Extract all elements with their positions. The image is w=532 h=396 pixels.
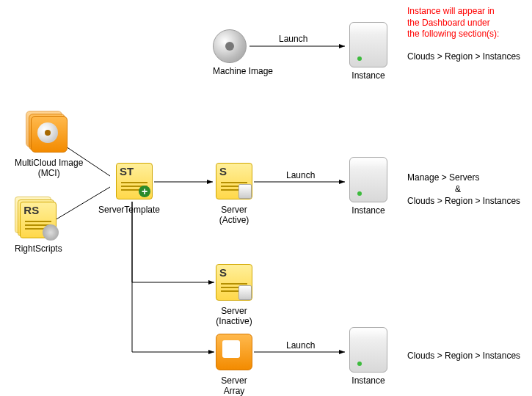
doc-icon — [238, 285, 252, 300]
path-row4: Clouds > Region > Instances — [407, 351, 520, 362]
launch-label-2: Launch — [286, 170, 315, 180]
server-tower-icon — [349, 22, 387, 67]
servertemplate-label: ServerTemplate — [98, 205, 160, 215]
server-active-icon: S — [216, 163, 252, 199]
machine-image-label: Machine Image — [213, 66, 273, 76]
dashboard-note: Instance will appear in the Dashboard un… — [407, 6, 499, 40]
server-tower-icon — [349, 157, 387, 202]
gear-icon — [43, 224, 59, 241]
server-inactive-label: Server (Inactive) — [216, 306, 252, 327]
launch-label-1: Launch — [279, 34, 307, 44]
server-inactive-node: S Server (Inactive) — [216, 264, 252, 327]
path-row2-line1: Manage > Servers — [407, 172, 479, 184]
server-active-label: Server (Active) — [216, 205, 252, 226]
path-row1: Clouds > Region > Instances — [407, 51, 520, 63]
server-active-badge: S — [219, 165, 227, 177]
mci-icon — [31, 116, 68, 153]
instance-label-1: Instance — [349, 70, 387, 81]
server-array-icon — [216, 334, 252, 370]
instance-node-1: Instance — [349, 22, 387, 81]
doc-icon — [238, 184, 252, 199]
path-row2-amp: & — [455, 184, 461, 196]
plus-icon: + — [139, 186, 150, 197]
mci-node: MultiCloud Image (MCI) — [15, 116, 83, 179]
path-row2-line2: Clouds > Region > Instances — [407, 196, 520, 208]
instance-label-3: Instance — [349, 375, 387, 386]
rightscripts-badge: RS — [23, 204, 39, 216]
rightscripts-node: RS RightScripts — [15, 202, 62, 254]
disc-icon — [213, 29, 247, 63]
rightscripts-icon: RS — [20, 202, 57, 238]
server-inactive-badge: S — [219, 266, 227, 279]
instance-node-2: Instance — [349, 157, 387, 216]
instance-label-2: Instance — [349, 205, 387, 216]
server-inactive-icon: S — [216, 264, 252, 301]
server-tower-icon — [349, 327, 387, 373]
servertemplate-badge: ST — [120, 165, 134, 177]
server-array-label: Server Array — [216, 375, 252, 396]
instance-node-3: Instance — [349, 327, 387, 386]
launch-label-3: Launch — [286, 340, 315, 351]
rightscripts-label: RightScripts — [15, 243, 62, 254]
servertemplate-node: ST + ServerTemplate — [109, 163, 160, 215]
machine-image-node: Machine Image — [213, 29, 273, 76]
mci-label: MultiCloud Image (MCI) — [15, 158, 83, 179]
server-array-node: Server Array — [216, 334, 252, 396]
server-active-node: S Server (Active) — [216, 163, 252, 226]
servertemplate-icon: ST + — [116, 163, 153, 199]
